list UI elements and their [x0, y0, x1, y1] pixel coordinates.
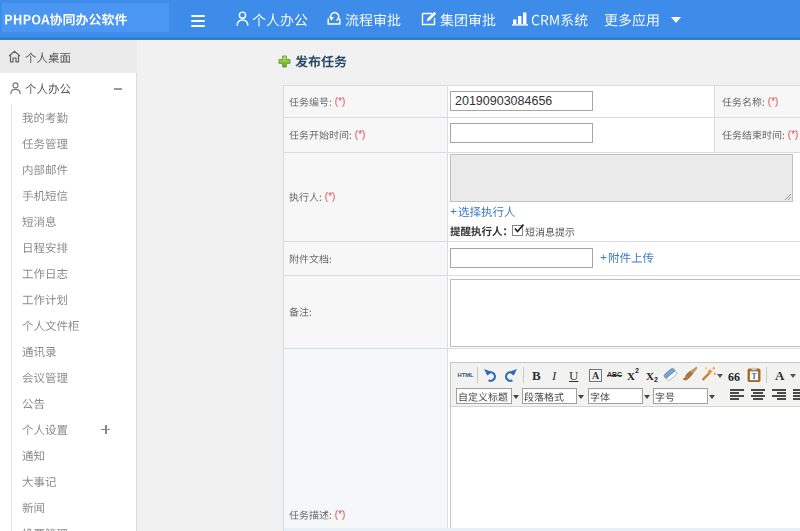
- svg-text:T: T: [751, 372, 756, 381]
